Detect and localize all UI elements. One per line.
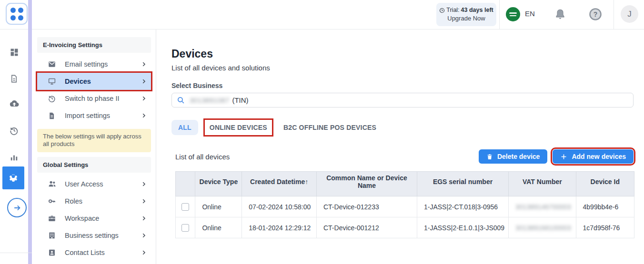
sidebar-item-switch-to-phase-ii[interactable]: Switch to phase II <box>37 90 151 107</box>
cell-vat: 301389168100003 <box>515 224 571 232</box>
cell-egs: 1-JASSS|2-E1.0.1|3-JS009 <box>424 224 504 232</box>
column-header-vat: VAT Number <box>509 172 576 196</box>
email-icon <box>48 60 57 68</box>
business-icon <box>48 231 57 240</box>
workspace-icon <box>48 214 57 223</box>
sidebar-item-workspace[interactable]: Workspace <box>37 210 151 227</box>
chevron-right-icon <box>141 61 147 68</box>
sidebar-item-user-access[interactable]: User Access <box>37 176 151 193</box>
sidebar-item-label: User Access <box>65 180 141 188</box>
delete-device-button[interactable]: Delete device <box>479 149 548 164</box>
chevron-right-icon <box>141 249 147 256</box>
sidebar-item-label: Devices <box>65 78 141 85</box>
page-title: Devices <box>171 48 213 60</box>
section-header: Global Settings <box>37 157 151 173</box>
sidebar-item-label: Import settings <box>65 112 141 119</box>
language-selector[interactable]: EN <box>525 10 535 18</box>
rail-settings-gear-icon[interactable] <box>2 166 24 189</box>
business-tin-redacted: 3013891087 <box>190 96 229 104</box>
page-subtitle: List of all devices and solutions <box>171 64 270 72</box>
column-header-device_type: Device Type <box>195 172 242 196</box>
chevron-right-icon <box>141 95 147 102</box>
devices-table: Device TypeCreated Datetime↑Common Name … <box>175 171 634 238</box>
roles-key-icon <box>48 197 57 205</box>
apps-logo-icon[interactable] <box>6 3 28 25</box>
reports-icon <box>10 153 19 162</box>
avatar[interactable]: J <box>621 5 638 23</box>
dashboard-icon <box>10 48 19 57</box>
sidebar-item-label: Contact Lists <box>65 249 141 256</box>
trial-value: 43 days left <box>461 6 493 14</box>
settings-gear-icon <box>8 173 19 183</box>
tab-b2c-offline-pos-devices[interactable]: B2C OFFLINE POS DEVICES <box>279 120 381 135</box>
business-search-input[interactable]: 3013891087 (TIN) <box>171 93 634 108</box>
tab-all[interactable]: ALL <box>171 120 198 135</box>
help-icon[interactable]: ? <box>589 8 602 21</box>
svg-text:?: ? <box>594 10 598 18</box>
sidebar-item-label: Roles <box>65 197 141 205</box>
rail-documents-icon[interactable] <box>0 69 28 88</box>
main-content: Devices List of all devices and solution… <box>156 29 644 264</box>
chevron-right-icon <box>141 78 147 85</box>
row-checkbox[interactable] <box>181 203 189 211</box>
rail-history-icon[interactable] <box>0 121 28 140</box>
topbar: Trial: 43 days left Upgrade Now EN ? J <box>0 0 644 29</box>
section-header: E-Invoicing Settings <box>37 37 151 53</box>
row-checkbox[interactable] <box>181 224 189 232</box>
cell-device_id: 1c7d958f-76 <box>583 224 620 232</box>
chevron-right-icon <box>141 215 147 222</box>
clock-icon <box>439 8 445 13</box>
sidebar-item-business-settings[interactable]: Business settings <box>37 227 151 244</box>
column-header-egs: EGS serial number <box>417 172 508 196</box>
upgrade-now-link[interactable]: Upgrade Now <box>447 14 485 23</box>
cell-vat: 301389146700003 <box>515 203 571 211</box>
sidebar-item-import-settings[interactable]: Import settings <box>37 107 151 124</box>
add-new-devices-button[interactable]: Add new devices <box>553 149 634 164</box>
chevron-right-icon <box>141 198 147 205</box>
sidebar-scrollbar[interactable] <box>28 0 32 264</box>
rail-reports-icon[interactable] <box>0 147 28 166</box>
cell-created: 18-01-2024 12:29:12 <box>249 224 311 232</box>
topbar-divider <box>614 0 614 29</box>
cell-egs: 1-JASS|2-CT.018|3-0956 <box>424 203 498 211</box>
rail-dashboard-icon[interactable] <box>0 43 28 62</box>
chevron-right-icon <box>141 112 147 119</box>
documents-icon <box>10 74 19 83</box>
search-icon <box>177 96 185 104</box>
cell-name: CT-Device-001212 <box>323 224 379 232</box>
table-row: Online07-02-2024 10:58:00CT-Device-01223… <box>176 196 634 217</box>
select-business-label: Select Business <box>171 82 222 89</box>
sidebar-item-email-settings[interactable]: Email settings <box>37 56 151 73</box>
trash-icon <box>486 153 493 160</box>
rail-upload-cloud-icon[interactable] <box>0 94 28 113</box>
sidebar-item-contact-lists[interactable]: Contact Lists <box>37 244 151 261</box>
import-icon <box>48 112 57 120</box>
user-access-icon <box>48 179 57 188</box>
phase-switch-icon <box>48 94 57 103</box>
column-header-select <box>176 172 195 196</box>
sidebar-item-label: Workspace <box>65 215 141 222</box>
devices-icon <box>48 77 57 86</box>
chevron-right-icon <box>141 232 147 239</box>
history-icon <box>9 126 19 136</box>
tab-online-devices[interactable]: ONLINE DEVICES <box>205 120 272 135</box>
arrow-right-circle-icon[interactable] <box>7 198 27 217</box>
cell-name: CT-Device-012233 <box>323 203 379 211</box>
sidebar-item-devices[interactable]: Devices <box>37 73 151 90</box>
cell-device_type: Online <box>202 224 221 232</box>
sidebar-item-label: Email settings <box>65 60 141 68</box>
trial-badge[interactable]: Trial: 43 days left Upgrade Now <box>436 3 496 26</box>
rail-divider <box>0 253 32 253</box>
sidebar-item-integrations[interactable]: Integrations <box>37 261 151 264</box>
cell-created: 07-02-2024 10:58:00 <box>249 203 311 211</box>
table-row: Online18-01-2024 12:29:12CT-Device-00121… <box>176 217 634 238</box>
column-header-created[interactable]: Created Datetime↑ <box>242 172 317 196</box>
sort-asc-icon: ↑ <box>305 178 308 186</box>
column-header-name: Common Name or Device Name <box>316 172 417 196</box>
chevron-right-icon <box>141 181 147 187</box>
saudi-flag-icon[interactable] <box>506 7 520 21</box>
sidebar-item-roles[interactable]: Roles <box>37 193 151 210</box>
bell-icon[interactable] <box>554 8 566 21</box>
sidebar-note: The below settings will apply across all… <box>37 129 151 152</box>
cell-device_type: Online <box>202 203 221 211</box>
